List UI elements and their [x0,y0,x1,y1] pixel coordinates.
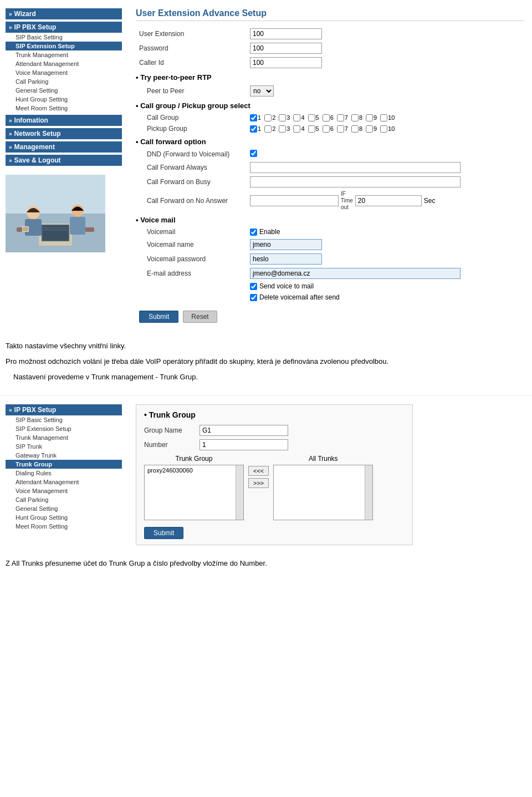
call-group-cb-7[interactable]: 7 [337,114,348,121]
sidebar-item-sip-basic[interactable]: SIP Basic Setting [6,33,122,42]
call-group-cb-6[interactable]: 6 [323,114,334,121]
all-trunks-list-label: All Trunks [273,455,373,463]
ip-pbx-group: » IP PBX Setup SIP Basic Setting SIP Ext… [6,22,122,113]
svg-rect-11 [70,217,85,235]
group-name-input[interactable] [200,425,288,436]
number-input[interactable] [200,439,288,450]
voicemail-enable-checkbox[interactable] [250,229,257,236]
bottom-dialing-rules[interactable]: Dialing Rules [6,469,122,478]
bottom-trunk-group[interactable]: Trunk Group [6,460,122,469]
email-input[interactable] [250,268,461,279]
call-group-cb-1[interactable]: 1 [250,114,261,121]
bottom-ip-pbx-chevron: » [9,407,12,413]
group-name-row: Group Name [144,425,405,436]
pickup-group-cb-10[interactable]: 10 [380,125,395,133]
save-logout-label: Save & Logout [14,156,61,164]
infomation-header[interactable]: » Infomation [6,115,122,126]
all-trunks-scrollbar[interactable] [365,465,372,520]
bottom-voice-management[interactable]: Voice Management [6,486,122,495]
cf-always-input[interactable] [250,162,461,173]
user-extension-label: User Extension [136,27,247,41]
top-submit-button[interactable]: Submit [139,311,178,323]
dnd-checkbox[interactable] [250,150,257,157]
voicemail-label: Voicemail [136,226,247,237]
caller-id-input[interactable] [250,57,322,68]
network-label: Network Setup [14,130,61,138]
cf-no-answer-input[interactable] [250,195,339,206]
save-logout-group: » Save & Logout [6,155,122,166]
call-group-cb-5[interactable]: 5 [308,114,319,121]
sidebar-item-attendant-management[interactable]: Attendant Management [6,59,122,68]
bottom-sip-trunk[interactable]: SIP Trunk [6,442,122,451]
voicemail-name-input[interactable] [250,239,322,250]
pickup-group-cb-3[interactable]: 3 [279,125,290,133]
sidebar-item-general-setting[interactable]: General Setting [6,86,122,95]
pickup-group-cb-7[interactable]: 7 [337,125,348,133]
sidebar-item-trunk-management[interactable]: Trunk Management [6,50,122,59]
call-group-cb-4[interactable]: 4 [293,114,304,121]
pickup-group-cb-9[interactable]: 9 [366,125,377,133]
wizard-group: » Wizard [6,8,122,19]
bottom-ip-pbx-label: IP PBX Setup [14,406,57,414]
user-extension-input[interactable] [250,28,322,39]
peer-to-peer-select[interactable]: no yes [250,85,274,97]
basic-fields-table: User Extension Password Caller Id [136,27,524,70]
trunk-group-scrollbar[interactable] [236,465,243,520]
pickup-group-cb-2[interactable]: 2 [264,125,275,133]
wizard-header[interactable]: » Wizard [6,8,122,19]
call-group-cb-10[interactable]: 10 [380,114,395,121]
trunk-lists: Trunk Group proxy246030060 <<< >>> All T… [144,455,405,520]
call-group-cb-2[interactable]: 2 [264,114,275,121]
bottom-main-content: Trunk Group Group Name Number Trunk Grou… [127,402,532,548]
bottom-call-parking[interactable]: Call Parking [6,495,122,504]
sidebar-item-meet-room[interactable]: Meet Room Setting [6,104,122,113]
cf-busy-input[interactable] [250,176,461,187]
bottom-attendant-management[interactable]: Attendant Management [6,478,122,486]
save-logout-header[interactable]: » Save & Logout [6,155,122,166]
bottom-ip-pbx-header[interactable]: » IP PBX Setup [6,404,122,415]
sidebar-item-hunt-group[interactable]: Hunt Group Setting [6,95,122,104]
timeout-input[interactable] [355,195,422,206]
pickup-group-cb-1[interactable]: 1 [250,125,261,133]
arrow-right-button[interactable]: >>> [248,478,269,488]
ip-pbx-label: IP PBX Setup [14,23,57,31]
password-input[interactable] [250,43,322,54]
pickup-group-cb-8[interactable]: 8 [351,125,362,133]
call-group-cb-3[interactable]: 3 [279,114,290,121]
call-group-cb-9[interactable]: 9 [366,114,377,121]
cf-no-answer-label: Call Forward on No Answer [136,189,247,212]
call-group-cb-8[interactable]: 8 [351,114,362,121]
bottom-submit-button[interactable]: Submit [144,527,183,539]
pickup-group-cb-4[interactable]: 4 [293,125,304,133]
bottom-hunt-group[interactable]: Hunt Group Setting [6,513,122,522]
bottom-general-setting[interactable]: General Setting [6,504,122,513]
bottom-sip-extension[interactable]: SIP Extension Setup [6,424,122,433]
network-setup-header[interactable]: » Network Setup [6,128,122,139]
wizard-chevron: » [9,11,12,17]
bottom-ip-pbx-group: » IP PBX Setup SIP Basic Setting SIP Ext… [6,404,122,531]
all-trunks-listbox[interactable] [273,465,373,520]
send-voice-label: Send voice to mail [259,282,314,290]
bottom-sip-basic[interactable]: SIP Basic Setting [6,415,122,424]
footer-text: Z All Trunks přesuneme účet do Trunk Gru… [0,554,532,573]
bottom-trunk-management[interactable]: Trunk Management [6,433,122,442]
call-group-table: Call Group 1 2 3 4 5 6 7 8 9 10 [136,112,524,134]
trunk-group-listbox[interactable]: proxy246030060 [144,465,244,520]
ip-pbx-header[interactable]: » IP PBX Setup [6,22,122,33]
sidebar-item-call-parking[interactable]: Call Parking [6,77,122,86]
sidebar-item-sip-extension[interactable]: SIP Extension Setup [6,42,122,50]
bottom-gateway-trunk[interactable]: Gateway Trunk [6,451,122,460]
sidebar-item-voice-management[interactable]: Voice Management [6,68,122,77]
voicemail-password-input[interactable] [250,253,322,265]
trunk-group-list-col: Trunk Group proxy246030060 [144,455,244,520]
top-reset-button[interactable]: Reset [183,311,217,323]
send-voice-checkbox[interactable] [250,283,257,290]
bottom-meet-room[interactable]: Meet Room Setting [6,522,122,531]
arrow-left-button[interactable]: <<< [248,466,269,476]
management-header[interactable]: » Management [6,141,122,153]
voicemail-section: Voice mail [136,212,524,226]
trunk-group-title: Trunk Group [144,410,405,419]
delete-voicemail-checkbox[interactable] [250,294,257,301]
pickup-group-cb-5[interactable]: 5 [308,125,319,133]
pickup-group-cb-6[interactable]: 6 [323,125,334,133]
